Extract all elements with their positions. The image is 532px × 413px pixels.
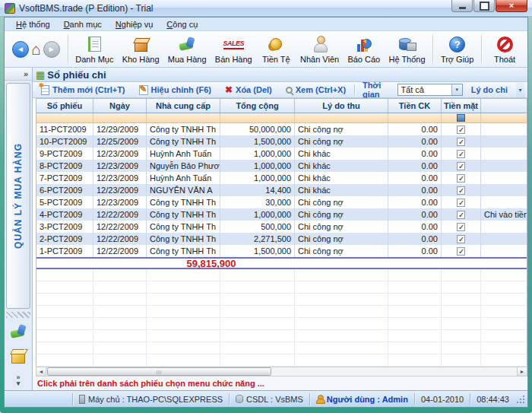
toolbar-tien-te-button[interactable]: Tiền Tệ [256,33,296,66]
total-cell: 1,000,000 [220,208,295,221]
sidebar-collapse-chevron[interactable]: » [24,69,28,78]
sidebar-inventory-module[interactable] [5,345,32,370]
cash-checkbox[interactable] [457,199,465,207]
edit-button[interactable]: Hiệu chỉnh (F6) [134,84,217,96]
cash-checkbox[interactable] [457,150,465,158]
toolbar-kho-hang-button[interactable]: Kho Hàng [118,33,163,66]
add-button[interactable]: Thêm mới (Ctrl+T) [36,84,131,96]
sidebar-tab-quan-ly-mua-hang[interactable]: QUẢN LÝ MUA HÀNG [6,83,30,309]
table-row[interactable]: 11-PCT2009 12/29/2009 Công ty TNHH Th 50… [36,123,527,135]
total-amount: 59,815,900 [36,259,386,268]
minimize-button[interactable] [451,0,473,12]
column-header[interactable]: Số phiếu [36,99,93,113]
system-database-icon [399,39,410,50]
scroll-right-arrow[interactable]: ► [517,367,527,376]
forward-button[interactable]: ► [43,41,60,58]
cash-cell [442,233,481,245]
transfer-cell: 0.00 [388,148,442,160]
table-row[interactable]: 8-PCT2009 12/23/2009 Nguyễn Bảo Phươ 1,0… [36,160,527,172]
sidebar-splitter[interactable] [6,312,30,318]
voucher-number-cell: 10-PCT2009 [36,135,93,148]
table-row[interactable]: 9-PCT2009 12/23/2009 Huỳnh Anh Tuấn 1,00… [36,148,527,160]
menu-nghiep-vu[interactable]: Nghiệp vụ [109,19,160,30]
title-bar: VsoftBMS.trade (P Edition) - Trial [0,0,532,17]
cash-checkbox[interactable] [457,211,465,219]
table-row[interactable]: 7-PCT2009 12/23/2009 Huỳnh Anh Tuấn 1,00… [36,172,527,184]
toolbar-ban-hang-button[interactable]: SALES Bán Hàng [211,33,256,66]
date-cell: 12/23/2009 [93,196,147,208]
column-header[interactable]: Ngày [93,99,147,113]
cash-checkbox[interactable] [457,235,465,243]
reason-cell: Chi công nợ [295,221,388,233]
voucher-number-cell: 9-PCT2009 [36,148,93,160]
home-button[interactable]: ⌂ [31,42,41,57]
action-toolbar: Thêm mới (Ctrl+T) Hiệu chỉnh (F6) ✖ Xóa … [33,82,527,98]
note-cell [481,233,527,245]
date-cell: 12/25/2009 [93,135,147,148]
supplier-cell: Công ty TNHH Th [147,135,220,148]
empty-grid-row [36,354,527,367]
table-row[interactable]: 5-PCT2009 12/23/2009 Công ty TNHH Th 30,… [36,196,527,208]
column-header[interactable]: Nhà cung cấp [147,99,220,113]
filter-checkbox-button[interactable] [457,114,465,122]
resize-grip[interactable] [516,395,525,404]
column-header[interactable]: Tiền mặt [442,99,481,113]
user-icon [316,395,324,404]
cash-checkbox[interactable] [457,174,465,183]
back-button[interactable]: ◄ [12,41,29,58]
grid-body: 11-PCT2009 12/29/2009 Công ty TNHH Th 50… [36,123,527,257]
table-row[interactable]: 4-PCT2009 12/22/2009 Công ty TNHH Th 1,0… [36,208,527,221]
cash-cell [442,196,481,208]
delete-button[interactable]: ✖ Xóa (Del) [220,84,277,95]
table-row[interactable]: 10-PCT2009 12/25/2009 Công ty TNHH Th 1,… [36,135,527,148]
sidebar-overflow-button[interactable]: » ▾ [5,370,32,390]
transfer-cell: 0.00 [388,184,442,196]
table-row[interactable]: 3-PCT2009 12/22/2009 Công ty TNHH Th 500… [36,221,527,233]
toolbar-thoat-button[interactable]: Thoát [485,33,524,66]
note-cell [481,196,527,208]
reason-link[interactable]: Lý do chi [466,84,513,95]
toolbar-mua-hang-button[interactable]: Mua Hàng [163,33,211,66]
table-row[interactable]: 6-PCT2009 12/23/2009 NGUYỄN VĂN A 14,400… [36,184,527,196]
cash-checkbox[interactable] [457,247,465,256]
sidebar-purchase-module[interactable] [5,319,32,345]
cash-checkbox[interactable] [457,186,465,195]
view-button[interactable]: Xem (Ctrl+X) [280,84,351,95]
menu-bar: Hệ thống Danh mục Nghiệp vụ Công cụ [5,17,527,31]
horizontal-scrollbar[interactable]: ◄ ||| ► [36,367,527,376]
toolbar-danh-muc-button[interactable]: ☰ Danh Mục [71,33,118,66]
delete-x-icon: ✖ [225,85,233,94]
column-header[interactable]: Tổng cộng [220,99,295,113]
cash-cell [442,172,481,184]
empty-grid-row [36,269,527,281]
note-cell [481,123,527,135]
toolbar-he-thong-button[interactable]: Hệ Thống [385,33,429,66]
close-button[interactable] [496,0,527,12]
cash-checkbox[interactable] [457,125,465,134]
toolbar-bao-cao-button[interactable]: Báo Cáo [344,33,385,66]
column-header[interactable] [481,99,527,113]
voucher-number-cell: 4-PCT2009 [36,208,93,221]
toolbar-overflow-button[interactable]: ▾ [516,83,524,97]
cash-checkbox[interactable] [457,138,465,146]
menu-he-thong[interactable]: Hệ thống [9,19,57,30]
maximize-button[interactable] [473,0,495,12]
column-header[interactable]: Lý do thu [295,99,388,113]
toolbar-nhan-vien-button[interactable]: Nhân Viên [296,33,343,66]
table-row[interactable]: 1-PCT2009 12/22/2009 Công ty TNHH Th 1,5… [36,245,527,257]
scrollbar-thumb[interactable]: ||| [47,367,271,376]
date-cell: 12/23/2009 [93,184,147,196]
scroll-left-arrow[interactable]: ◄ [36,367,46,376]
menu-danh-muc[interactable]: Danh mục [57,19,109,30]
menu-cong-cu[interactable]: Công cụ [160,19,204,30]
empty-grid-row [36,306,527,318]
cash-checkbox[interactable] [457,162,465,170]
time-filter-dropdown[interactable]: Tất cả ▼ [397,84,462,96]
list-icon: ☰ [88,37,101,52]
magnifier-icon [286,87,293,94]
toolbar-tro-giup-button[interactable]: ? Trợ Giúp [436,33,478,66]
cash-checkbox[interactable] [457,223,465,231]
table-row[interactable]: 2-PCT2009 12/22/2009 Công ty TNHH Th 2,2… [36,233,527,245]
column-header[interactable]: Tiền CK [388,99,442,113]
total-cell: 1,000,000 [220,172,295,184]
